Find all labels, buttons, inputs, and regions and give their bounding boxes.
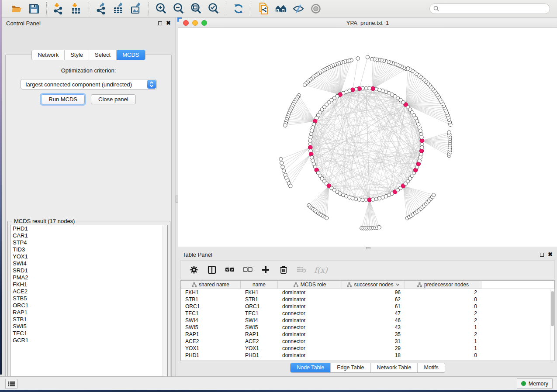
table-cell[interactable]: FKH1: [181, 289, 241, 296]
table-row[interactable]: ACE2ACE2connector311: [181, 338, 554, 345]
table-cell[interactable]: connector: [278, 310, 342, 316]
table-cell[interactable]: 0: [405, 352, 481, 358]
column-header-successor-nodes[interactable]: successor nodes: [342, 281, 405, 289]
add-column-icon[interactable]: [260, 265, 271, 275]
table-cell[interactable]: 2: [405, 310, 481, 316]
search-box[interactable]: [429, 3, 550, 14]
table-cell[interactable]: dominator: [278, 296, 342, 303]
mcds-result-item[interactable]: ORC1: [10, 302, 167, 309]
table-cell[interactable]: 46: [342, 317, 405, 323]
tab-select[interactable]: Select: [89, 50, 117, 60]
table-cell[interactable]: RAP1: [241, 331, 278, 337]
table-cell[interactable]: 2: [405, 289, 481, 296]
table-cell[interactable]: 18: [342, 352, 405, 358]
table-cell[interactable]: dominator: [278, 289, 342, 296]
zoom-selected-icon[interactable]: [208, 3, 220, 15]
column-header-MCDS-role[interactable]: MCDS role: [278, 281, 342, 289]
table-cell[interactable]: 29: [342, 345, 405, 351]
vertical-splitter[interactable]: [175, 17, 178, 376]
table-cell[interactable]: 0: [405, 303, 481, 309]
open-file-icon[interactable]: [10, 3, 23, 15]
table-row[interactable]: SWI5SWI5connector431: [181, 324, 554, 331]
table-cell[interactable]: ACE2: [241, 338, 278, 344]
refresh-layout-icon[interactable]: [232, 3, 245, 15]
zoom-in-icon[interactable]: [155, 3, 167, 15]
horizontal-splitter-handle[interactable]: [366, 247, 370, 249]
table-cell[interactable]: ORC1: [241, 303, 278, 309]
horizontal-splitter[interactable]: [178, 247, 557, 250]
zoom-fit-icon[interactable]: [190, 3, 202, 15]
table-row[interactable]: STB1STB1dominator620: [181, 296, 554, 303]
mcds-result-item[interactable]: PMA2: [10, 274, 167, 281]
mcds-result-item[interactable]: STB1: [10, 316, 167, 323]
table-cell[interactable]: connector: [278, 324, 342, 330]
table-scrollbar[interactable]: [550, 289, 554, 361]
criterion-dropdown[interactable]: largest connected component (undirected): [21, 79, 157, 89]
table-scrollbar-thumb[interactable]: [551, 291, 554, 326]
table-cell[interactable]: 31: [342, 338, 405, 344]
table-cell[interactable]: 62: [342, 296, 405, 303]
table-cell[interactable]: connector: [278, 345, 342, 351]
mcds-result-item[interactable]: TEC1: [10, 330, 167, 337]
network-window-titlebar[interactable]: YPA_prune.txt_1: [178, 18, 557, 28]
table-cell[interactable]: PHD1: [241, 352, 278, 358]
table-cell[interactable]: STB1: [181, 296, 241, 303]
select-all-icon[interactable]: [225, 265, 235, 275]
table-cell[interactable]: SWI4: [181, 317, 241, 323]
table-cell[interactable]: FKH1: [241, 289, 278, 296]
mcds-result-item[interactable]: SWI4: [10, 260, 167, 267]
table-cell[interactable]: SWI5: [241, 324, 278, 330]
column-header-name[interactable]: name: [241, 281, 278, 289]
table-row[interactable]: TEC1TEC1connector472: [181, 310, 554, 317]
mcds-result-item[interactable]: TID3: [10, 246, 167, 253]
table-cell[interactable]: RAP1: [181, 331, 241, 337]
mcds-result-item[interactable]: SWI5: [10, 323, 167, 330]
table-cell[interactable]: dominator: [278, 352, 342, 358]
tab-network-table[interactable]: Network Table: [371, 363, 418, 372]
memory-button[interactable]: Memory: [517, 378, 553, 389]
mcds-result-item[interactable]: ACE2: [10, 288, 167, 295]
tab-mcds[interactable]: MCDS: [117, 50, 145, 60]
table-row[interactable]: RAP1RAP1dominator352: [181, 331, 554, 338]
mcds-result-item[interactable]: STB5: [10, 295, 167, 302]
table-cell[interactable]: PHD1: [181, 352, 241, 358]
table-cell[interactable]: 1: [405, 338, 481, 344]
table-cell[interactable]: 61: [342, 303, 405, 309]
export-table-icon[interactable]: [113, 3, 125, 15]
run-mcds-button[interactable]: Run MCDS: [41, 94, 85, 104]
settings-gear-icon[interactable]: [189, 265, 199, 275]
delete-column-icon[interactable]: [278, 265, 289, 275]
close-panel-button[interactable]: Close panel: [91, 94, 136, 104]
table-cell[interactable]: SWI5: [181, 324, 241, 330]
tab-network[interactable]: Network: [32, 50, 65, 60]
table-cell[interactable]: 35: [342, 331, 405, 337]
table-cell[interactable]: ORC1: [181, 303, 241, 309]
mcds-list-scrollbar[interactable]: [163, 225, 167, 380]
table-row[interactable]: SWI4SWI4dominator462: [181, 317, 554, 324]
table-cell[interactable]: 43: [342, 324, 405, 330]
table-row[interactable]: YOX1YOX1connector291: [181, 345, 554, 352]
table-cell[interactable]: TEC1: [241, 310, 278, 316]
table-cell[interactable]: 96: [342, 289, 405, 296]
table-cell[interactable]: dominator: [278, 317, 342, 323]
export-network-icon[interactable]: [95, 3, 107, 15]
table-cell[interactable]: STB1: [241, 296, 278, 303]
task-history-button[interactable]: [5, 379, 17, 389]
deselect-all-icon[interactable]: [242, 265, 253, 275]
export-image-icon[interactable]: [130, 3, 142, 15]
mcds-result-item[interactable]: STP4: [10, 239, 167, 246]
import-network-icon[interactable]: [53, 3, 65, 15]
table-cell[interactable]: connector: [278, 338, 342, 344]
table-row[interactable]: PHD1PHD1dominator180: [181, 352, 554, 359]
table-cell[interactable]: 2: [405, 317, 481, 323]
hide-selected-eye-icon[interactable]: [292, 3, 304, 15]
export-web-page-icon[interactable]: [257, 3, 270, 15]
tab-motifs[interactable]: Motifs: [418, 363, 444, 372]
zoom-out-icon[interactable]: [173, 3, 185, 15]
table-cell[interactable]: SWI4: [241, 317, 278, 323]
tab-node-table[interactable]: Node Table: [291, 363, 331, 372]
float-panel-icon[interactable]: [158, 21, 162, 25]
table-cell[interactable]: ACE2: [181, 338, 241, 344]
mcds-result-item[interactable]: FKH1: [10, 281, 167, 288]
table-cell[interactable]: YOX1: [181, 345, 241, 351]
